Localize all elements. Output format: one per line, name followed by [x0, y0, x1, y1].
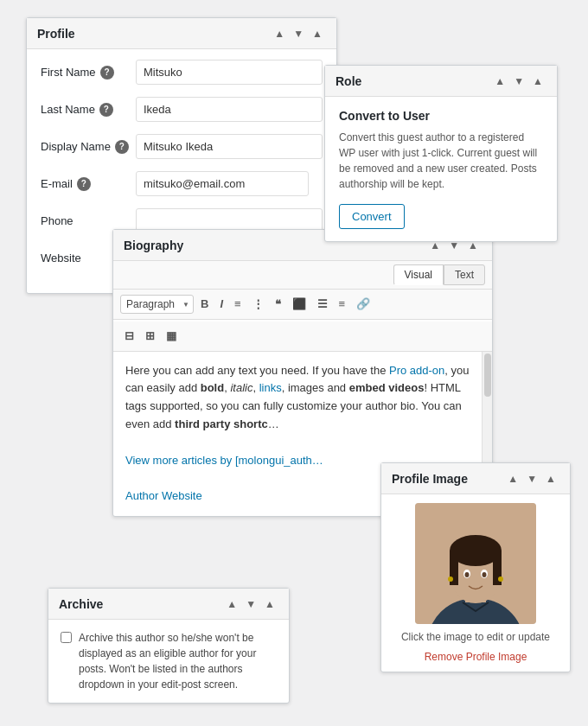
role-panel-up-btn[interactable]: ▲ — [491, 74, 508, 88]
table-button[interactable]: ▦ — [162, 327, 181, 346]
field-row-email: E-mail ? — [41, 171, 323, 196]
field-row-lastname: Last Name ? — [41, 97, 323, 122]
field-label-displayname: Display Name ? — [41, 140, 136, 154]
profile-panel-up-btn[interactable]: ▲ — [271, 27, 288, 41]
unordered-list-button[interactable]: ≡ — [230, 295, 246, 314]
firstname-label-text: First Name — [41, 66, 96, 79]
profile-panel-collapse-btn[interactable]: ▲ — [309, 27, 326, 41]
website-label-text: Website — [41, 252, 81, 264]
profile-panel-controls: ▲ ▼ ▲ — [271, 27, 326, 41]
lastname-input[interactable] — [136, 97, 323, 122]
special-char-button[interactable]: ⊞ — [141, 327, 159, 346]
firstname-input[interactable] — [136, 60, 323, 85]
profile-image-panel-header: Profile Image ▲ ▼ ▲ — [381, 463, 570, 494]
archive-checkbox[interactable] — [61, 632, 72, 643]
italic-button[interactable]: I — [215, 295, 227, 314]
phone-label-text: Phone — [41, 214, 74, 227]
profile-image-collapse-btn[interactable]: ▲ — [542, 472, 559, 486]
profile-image-panel-title: Profile Image — [392, 472, 468, 486]
email-label-text: E-mail — [41, 177, 73, 190]
role-panel-down-btn[interactable]: ▼ — [510, 74, 527, 88]
remove-profile-image-link[interactable]: Remove Profile Image — [425, 651, 527, 663]
archive-panel-down-btn[interactable]: ▼ — [242, 597, 259, 611]
profile-image-panel-controls: ▲ ▼ ▲ — [504, 472, 559, 486]
role-panel-collapse-btn[interactable]: ▲ — [529, 74, 546, 88]
biography-panel-title: Biography — [124, 239, 183, 252]
archive-panel: Archive ▲ ▼ ▲ Archive this author so he/… — [48, 588, 290, 704]
role-panel-title: Role — [336, 74, 361, 88]
align-left-button[interactable]: ⬛ — [288, 295, 310, 314]
archive-panel-header: Archive ▲ ▼ ▲ — [48, 589, 289, 620]
archive-panel-title: Archive — [59, 597, 103, 611]
paragraph-select-wrap: Paragraph — [120, 295, 194, 314]
svg-point-10 — [483, 572, 487, 577]
archive-checkbox-row: Archive this author so he/she won't be d… — [61, 630, 277, 692]
firstname-help-icon[interactable]: ? — [100, 66, 114, 80]
text-align-justify-button[interactable]: ⊟ — [120, 327, 138, 346]
displayname-input[interactable] — [136, 134, 323, 159]
role-panel-controls: ▲ ▼ ▲ — [491, 74, 546, 88]
profile-image-down-btn[interactable]: ▼ — [523, 472, 540, 486]
links-link[interactable]: links — [259, 381, 282, 394]
role-panel: Role ▲ ▼ ▲ Convert to User Convert this … — [324, 65, 558, 242]
profile-image-container[interactable] — [415, 503, 536, 624]
profile-image-up-btn[interactable]: ▲ — [504, 472, 521, 486]
profile-image-body: Click the image to edit or update Remove… — [381, 494, 570, 672]
editor-scrollbar-thumb — [484, 353, 491, 397]
profile-image-hint: Click the image to edit or update — [390, 631, 561, 643]
tab-visual[interactable]: Visual — [393, 264, 444, 285]
editor-toolbar: Visual Text — [113, 261, 492, 290]
align-center-button[interactable]: ☰ — [313, 295, 332, 314]
field-label-email: E-mail ? — [41, 177, 136, 191]
profile-image-panel: Profile Image ▲ ▼ ▲ — [380, 462, 571, 672]
profile-image-svg — [415, 503, 536, 624]
role-panel-header: Role ▲ ▼ ▲ — [325, 66, 557, 97]
archive-text: Archive this author so he/she won't be d… — [79, 630, 277, 692]
tab-text[interactable]: Text — [444, 264, 485, 285]
email-help-icon[interactable]: ? — [77, 177, 91, 191]
paragraph-select[interactable]: Paragraph — [120, 295, 194, 314]
convert-button[interactable]: Convert — [339, 204, 405, 229]
svg-point-12 — [498, 576, 503, 582]
field-row-firstname: First Name ? — [41, 60, 323, 85]
author-website-link[interactable]: Author Website — [125, 489, 202, 502]
view-articles-link[interactable]: View more articles by [molongui_auth… — [125, 454, 323, 467]
role-body: Convert to User Convert this guest autho… — [325, 97, 557, 241]
ordered-list-button[interactable]: ⋮ — [248, 295, 268, 314]
profile-panel-title: Profile — [37, 27, 75, 41]
blockquote-button[interactable]: ❝ — [271, 295, 285, 314]
field-row-displayname: Display Name ? — [41, 134, 323, 159]
displayname-help-icon[interactable]: ? — [115, 140, 129, 154]
field-label-phone: Phone — [41, 214, 136, 227]
svg-point-11 — [448, 576, 453, 582]
link-button[interactable]: 🔗 — [352, 295, 374, 314]
formatting-bar-row2: ⊟ ⊞ ▦ — [113, 322, 492, 352]
archive-panel-collapse-btn[interactable]: ▲ — [261, 597, 278, 611]
bold-button[interactable]: B — [196, 295, 213, 314]
lastname-help-icon[interactable]: ? — [99, 103, 113, 117]
convert-description: Convert this guest author to a registere… — [339, 130, 543, 192]
lastname-label-text: Last Name — [41, 103, 95, 116]
archive-panel-up-btn[interactable]: ▲ — [223, 597, 240, 611]
displayname-label-text: Display Name — [41, 140, 111, 153]
field-label-lastname: Last Name ? — [41, 103, 136, 117]
archive-panel-controls: ▲ ▼ ▲ — [223, 597, 278, 611]
profile-panel-header: Profile ▲ ▼ ▲ — [27, 18, 336, 49]
pro-addon-link[interactable]: Pro add-on — [389, 364, 444, 377]
archive-body: Archive this author so he/she won't be d… — [48, 620, 289, 703]
convert-to-user-title: Convert to User — [339, 109, 543, 123]
formatting-bar: Paragraph B I ≡ ⋮ ❝ ⬛ ☰ ≡ 🔗 — [113, 290, 492, 320]
align-right-button[interactable]: ≡ — [335, 295, 350, 314]
svg-point-9 — [465, 572, 470, 577]
email-input[interactable] — [136, 171, 309, 196]
profile-panel-down-btn[interactable]: ▼ — [290, 27, 307, 41]
field-label-firstname: First Name ? — [41, 66, 136, 80]
